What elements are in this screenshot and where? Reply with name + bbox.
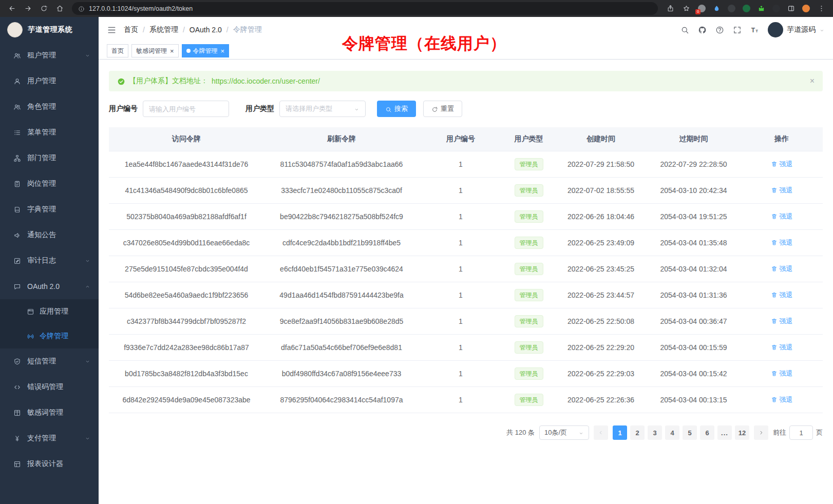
breadcrumb-item[interactable]: 首页 [124, 25, 138, 34]
force-logout-button[interactable]: 强退 [771, 264, 793, 274]
pager-page-6[interactable]: 6 [700, 425, 714, 440]
tab-home[interactable]: 首页 [107, 44, 128, 57]
puzzle-icon [758, 5, 765, 12]
sidebar-subitem-label: 令牌管理 [40, 332, 68, 341]
extension-icon[interactable] [710, 3, 723, 15]
next-page-button[interactable] [754, 425, 768, 440]
force-logout-button[interactable]: 强退 [771, 290, 793, 300]
force-logout-button[interactable]: 强退 [771, 212, 793, 221]
close-icon[interactable]: × [221, 48, 225, 54]
force-logout-button[interactable]: 强退 [771, 186, 793, 195]
force-logout-label: 强退 [780, 317, 793, 326]
sidebar-item-label: 短信管理 [27, 357, 56, 366]
sidebar-item-user[interactable]: 用户管理 [0, 68, 99, 94]
app-logo[interactable]: 芋道管理系统 [0, 17, 99, 43]
search-icon[interactable] [680, 26, 689, 34]
extension-icon[interactable]: 0 [695, 3, 708, 15]
pager-page-1[interactable]: 1 [613, 425, 627, 440]
sidebar-item-dict[interactable]: 字典管理 [0, 197, 99, 222]
user-id-cell: 1 [419, 151, 502, 178]
user-menu[interactable]: 芋道源码 [768, 22, 825, 37]
forward-icon[interactable] [21, 2, 34, 15]
home-icon[interactable] [53, 2, 66, 15]
created-time-cell: 2022-06-26 18:04:46 [555, 204, 647, 230]
reset-button[interactable]: 重置 [423, 101, 462, 117]
star-icon [683, 5, 690, 12]
page-size-select[interactable]: 10条/页 [539, 425, 589, 440]
breadcrumb-item[interactable]: OAuth 2.0 [190, 26, 222, 34]
sidebar-item-sms[interactable]: 短信管理 [0, 348, 99, 374]
sidebar-item-error-code[interactable]: 错误码管理 [0, 374, 99, 400]
trash-icon [771, 265, 778, 272]
sidebar-toggle-icon[interactable] [107, 25, 117, 35]
sidebar-item-tenant[interactable]: 租户管理 [0, 43, 99, 68]
force-logout-button[interactable]: 强退 [771, 369, 793, 378]
refresh-token-cell: cdfc4ce9c2da4bb1bdf21b9918ff4be5 [264, 230, 419, 256]
sidebar-item-notice[interactable]: 通知公告 [0, 222, 99, 248]
force-logout-label: 强退 [780, 186, 793, 195]
pager-page-12[interactable]: 12 [735, 425, 749, 440]
extension-icon[interactable] [755, 3, 767, 15]
success-check-icon [117, 76, 125, 85]
trash-icon [771, 161, 778, 167]
sidebar-item-menu[interactable]: 菜单管理 [0, 120, 99, 145]
browser-menu-icon[interactable] [815, 2, 828, 15]
sidebar-subitem-app[interactable]: 应用管理 [0, 299, 99, 324]
doc-link[interactable]: https://doc.iocoder.cn/user-center/ [212, 77, 320, 85]
breadcrumb-item[interactable]: 系统管理 [149, 25, 178, 34]
github-icon [698, 26, 707, 34]
force-logout-button[interactable]: 强退 [771, 343, 793, 352]
tab-sensitive-word[interactable]: 敏感词管理× [131, 44, 179, 57]
goto-page: 前往 页 [773, 425, 823, 440]
split-view-icon[interactable] [785, 3, 797, 15]
help-icon[interactable] [715, 26, 724, 34]
force-logout-button[interactable]: 强退 [771, 317, 793, 326]
extension-icon[interactable] [725, 3, 737, 15]
table-row: 502375b8040a469a9b82188afdf6af1fbe90422b… [109, 204, 823, 230]
pager-more-button[interactable]: ... [717, 425, 732, 440]
split-icon [787, 5, 795, 12]
profile-avatar-icon[interactable] [800, 3, 812, 15]
pager-page-2[interactable]: 2 [630, 425, 645, 440]
share-icon[interactable] [664, 2, 677, 15]
sidebar-item-post[interactable]: 岗位管理 [0, 171, 99, 197]
sidebar-subitem-token[interactable]: 令牌管理 [0, 324, 99, 348]
user-id-input[interactable] [143, 101, 229, 117]
search-button[interactable]: 搜索 [377, 101, 416, 117]
trash-icon [771, 292, 778, 298]
sidebar-item-audit-log[interactable]: 审计日志 [0, 248, 99, 274]
pager-page-5[interactable]: 5 [683, 425, 697, 440]
pager-page-4[interactable]: 4 [665, 425, 679, 440]
close-icon[interactable]: × [170, 48, 174, 54]
reload-icon[interactable] [37, 2, 50, 15]
site-info-icon[interactable] [78, 5, 85, 12]
force-logout-button[interactable]: 强退 [771, 160, 793, 169]
force-logout-button[interactable]: 强退 [771, 238, 793, 247]
address-bar[interactable]: 127.0.0.1:1024/system/oauth2/token [72, 2, 658, 15]
expire-time-cell: 2022-07-29 22:28:50 [647, 151, 741, 178]
sidebar-item-report[interactable]: 报表设计器 [0, 451, 99, 477]
pager-page-3[interactable]: 3 [648, 425, 662, 440]
extension-icon[interactable] [770, 3, 782, 15]
extension-icon[interactable] [740, 3, 752, 15]
sidebar-item-label: 错误码管理 [27, 382, 63, 392]
goto-page-input[interactable] [789, 425, 813, 440]
sidebar-item-oauth2[interactable]: OAuth 2.0 [0, 274, 99, 299]
font-size-icon[interactable]: TT [750, 26, 759, 34]
github-icon[interactable] [698, 26, 707, 34]
force-logout-button[interactable]: 强退 [771, 395, 793, 404]
sidebar-item-role[interactable]: 角色管理 [0, 94, 99, 120]
tab-token[interactable]: 令牌管理× [182, 44, 230, 57]
back-icon [8, 5, 16, 12]
back-icon[interactable] [5, 2, 18, 15]
sidebar-item-dept[interactable]: 部门管理 [0, 145, 99, 171]
refresh-icon [431, 106, 438, 113]
bookmark-star-icon[interactable] [679, 2, 693, 15]
sidebar-item-pay[interactable]: 支付管理 [0, 425, 99, 451]
fullscreen-icon[interactable] [733, 26, 742, 34]
close-icon[interactable]: × [810, 77, 815, 85]
user-type-select[interactable]: 请选择用户类型 [279, 101, 366, 117]
sidebar-item-sensitive-word[interactable]: 敏感词管理 [0, 400, 99, 425]
prev-page-button[interactable] [594, 425, 608, 440]
table-row: 6d842e2924594de9a09e45e087323abe8796295f… [109, 387, 823, 413]
